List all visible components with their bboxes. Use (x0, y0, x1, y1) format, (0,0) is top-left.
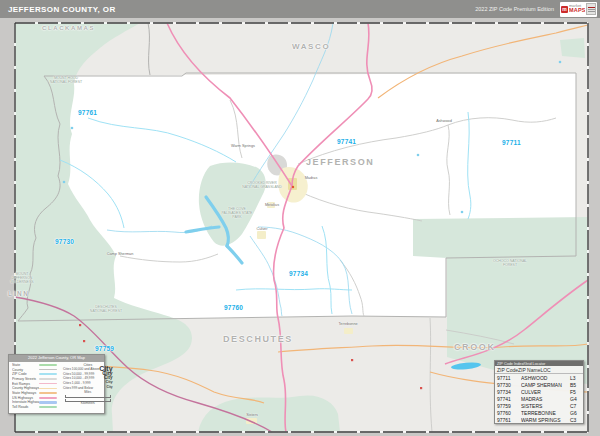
table-row: 97711 ASHWOOD L3 (495, 374, 583, 381)
town-label: Ashwood (429, 119, 459, 123)
table-row: 97734 CULVER F5 (495, 388, 583, 395)
legend-city-classes: Cities 100,000 and Above City Cities 50,… (63, 367, 113, 391)
legend-row: Toll Roads (12, 405, 60, 410)
logo-icon: m (561, 6, 568, 13)
forest-label: The Cove Palisades State Park (220, 207, 254, 219)
map-product-page: JEFFERSON COUNTY, OR 2022 ZIP Code Premi… (0, 0, 600, 436)
town-label: Warm Springs (228, 144, 258, 148)
scale-bars: Miles Kilometers (63, 391, 113, 405)
county-label: DESCHUTES (223, 334, 293, 344)
logo-edition-badge (586, 3, 596, 15)
zip-code-label: 97760 (224, 304, 243, 311)
logo-word-maps: MAPS (569, 8, 585, 14)
scale-bar-miles: Miles (65, 391, 111, 397)
zip-code-label: 97759 (95, 345, 114, 352)
forest-label: Ochoco National Forest (493, 259, 527, 267)
forest-label: Mount Hood National Forest (49, 76, 83, 84)
legend-swatch (39, 369, 57, 371)
marketmaps-logo: m market MAPS (560, 2, 597, 17)
county-label: JEFFERSON (306, 157, 374, 167)
legend-swatch (39, 397, 57, 399)
town-label: Terrebonne (333, 322, 363, 326)
zip-code-label: 97730 (55, 238, 74, 245)
zip-code-label: 97761 (78, 109, 97, 116)
legend-city-row: Cities 1,000 - 9,999 City (63, 381, 113, 386)
legend-line-rows: State County ZIP Code Primary Streets Ex… (12, 363, 60, 410)
town-label: Camp Sherman (104, 252, 136, 256)
zip-code-label: 97734 (289, 270, 308, 277)
legend-swatch (39, 383, 57, 385)
forest-label: Crooked River National Grassland (242, 181, 282, 189)
table-row: 97761 WARM SPRINGS C3 (495, 416, 583, 423)
legend: 2022 Jefferson County, OR Map State Coun… (8, 354, 105, 414)
zip-code-label: 97711 (502, 139, 521, 146)
legend-swatch (39, 401, 57, 404)
legend-swatch (39, 373, 57, 376)
table-row: 97759 SISTERS C7 (495, 402, 583, 409)
page-title: JEFFERSON COUNTY, OR (8, 5, 116, 14)
zip-code-label: 97741 (337, 138, 356, 145)
legend-swatch (39, 388, 57, 390)
town-label: Metolius (257, 203, 287, 207)
county-label: CLACKAMAS (42, 25, 95, 31)
town-label: Madras (296, 176, 326, 180)
table-row: 97760 TERREBONNE G6 (495, 409, 583, 416)
forest-label: Deschutes National Forest (88, 305, 124, 313)
county-label: WASCO (292, 42, 330, 51)
table-row: 97730 CAMP SHERMAN B5 (495, 381, 583, 388)
scale-bar-km: Kilometers (65, 399, 111, 405)
zip-table: ZIP Code Index/Grid Locator ZIP CodeZIP … (494, 360, 584, 424)
county-label: CROOK (454, 342, 496, 352)
legend-swatch (39, 392, 57, 394)
legend-swatch (39, 364, 57, 367)
zip-table-header: ZIP CodeZIP NameLOC (495, 366, 583, 374)
zip-table-body: 97711 ASHWOOD L3 97730 CAMP SHERMAN B5 9… (495, 374, 583, 423)
county-label: LINN (8, 290, 30, 297)
header-bar: JEFFERSON COUNTY, OR 2022 ZIP Code Premi… (0, 0, 600, 18)
town-label: Sisters (237, 413, 267, 417)
forest-label: Mount Jefferson Wilderness (7, 272, 37, 284)
town-label: Culver (247, 227, 277, 231)
legend-swatch (39, 406, 57, 408)
legend-swatch (39, 378, 57, 380)
table-row: 97741 MADRAS G4 (495, 395, 583, 402)
edition-label: 2022 ZIP Code Premium Edition (475, 6, 554, 12)
